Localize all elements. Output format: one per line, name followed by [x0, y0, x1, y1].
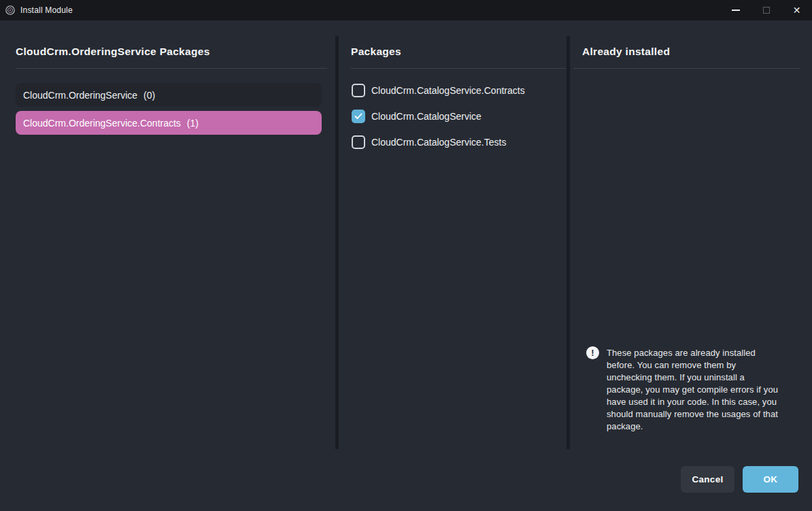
minimize-button[interactable]: [720, 0, 751, 20]
left-column-header: CloudCrm.OrderingService Packages: [16, 46, 210, 58]
check-icon: [354, 113, 362, 120]
right-header-divider: [573, 68, 800, 69]
already-installed-note: These packages are already installed bef…: [607, 347, 792, 433]
middle-right-separator: [566, 36, 570, 449]
close-button[interactable]: ✕: [781, 0, 812, 20]
maximize-button[interactable]: [751, 0, 781, 20]
window-title: Install Module: [20, 5, 73, 15]
right-column-header: Already installed: [582, 46, 670, 58]
package-label: CloudCrm.CatalogService: [371, 111, 481, 122]
warning-icon: !: [586, 346, 599, 359]
middle-header-divider: [351, 68, 566, 69]
module-item-count: (1): [187, 118, 199, 129]
left-middle-separator: [335, 36, 339, 449]
checkbox-checked[interactable]: [352, 110, 365, 123]
package-label: CloudCrm.CatalogService.Contracts: [371, 85, 525, 96]
package-row[interactable]: CloudCrm.CatalogService.Contracts: [352, 84, 525, 97]
middle-column-header: Packages: [351, 46, 401, 58]
ok-button[interactable]: OK: [743, 466, 798, 493]
module-item-label: CloudCrm.OrderingService: [23, 90, 137, 101]
checkbox-unchecked[interactable]: [352, 135, 365, 149]
package-label: CloudCrm.CatalogService.Tests: [371, 137, 506, 148]
minimize-icon: [732, 10, 740, 11]
maximize-icon: [763, 7, 770, 14]
package-row[interactable]: CloudCrm.CatalogService.Tests: [352, 135, 506, 149]
cancel-button[interactable]: Cancel: [681, 466, 734, 493]
left-header-divider: [16, 68, 327, 69]
module-list-item-selected[interactable]: CloudCrm.OrderingService.Contracts (1): [16, 111, 322, 135]
close-icon: ✕: [793, 5, 801, 15]
package-row[interactable]: CloudCrm.CatalogService: [352, 110, 481, 123]
app-logo-icon: [5, 5, 15, 15]
module-item-label: CloudCrm.OrderingService.Contracts: [23, 118, 181, 129]
module-item-count: (0): [143, 90, 155, 101]
checkbox-unchecked[interactable]: [352, 84, 365, 97]
install-module-dialog: Install Module ✕ CloudCrm.OrderingServic…: [0, 0, 812, 511]
module-list-item[interactable]: CloudCrm.OrderingService (0): [16, 83, 322, 107]
titlebar: Install Module ✕: [0, 0, 812, 20]
